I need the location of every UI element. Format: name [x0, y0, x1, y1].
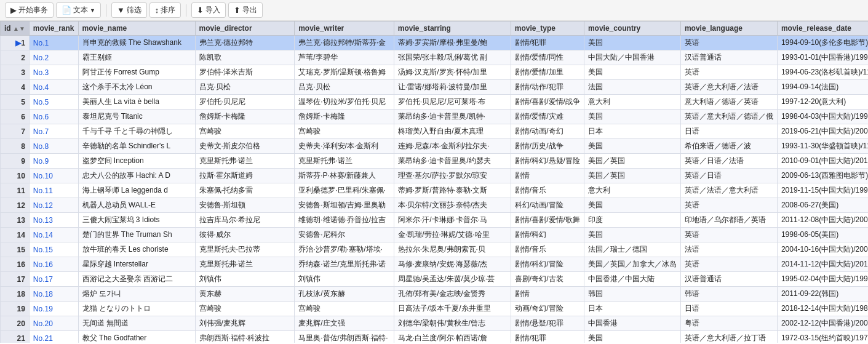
- cell-country: 中国香港: [584, 316, 680, 331]
- table-row[interactable]: 15 No.15 放牛班的春天 Les choriste 克里斯托夫·巴拉蒂 乔…: [1, 242, 869, 257]
- cell-language: 英语: [680, 228, 777, 242]
- start-task-icon: ▶: [10, 6, 17, 15]
- cell-director: 弗朗西斯·福特·科波拉: [195, 331, 295, 343]
- table-row[interactable]: 10 No.10 忠犬八公的故事 Hachi: A D 拉斯·霍尔斯道姆 斯蒂芬…: [1, 169, 869, 183]
- table-row[interactable]: 16 No.16 星际穿越 Interstellar 克里斯托弗·诺兰 乔纳森·…: [1, 257, 869, 272]
- col-header-date[interactable]: movie_release_date: [777, 22, 868, 36]
- cell-id: 20: [1, 316, 30, 331]
- cell-rank: No.4: [29, 80, 78, 95]
- cell-language: 英语: [680, 198, 777, 213]
- col-header-country[interactable]: movie_country: [584, 22, 680, 36]
- cell-writer: 吕克·贝松: [295, 80, 394, 95]
- cell-type: 剧情: [511, 169, 584, 183]
- cell-director: 罗伯托·贝尼尼: [195, 95, 295, 110]
- cell-id: 16: [1, 257, 30, 272]
- col-header-name[interactable]: movie_name: [78, 22, 195, 36]
- table-body: ▶1 No.1 肖申克的救赎 The Shawshank 弗兰克·德拉邦特 弗兰…: [1, 36, 869, 343]
- id-sort-icon: ▲▼: [13, 25, 25, 32]
- sort-button[interactable]: ↕ 排序: [149, 2, 181, 18]
- cell-name: 阿甘正传 Forrest Gump: [78, 65, 195, 80]
- cell-country: 美国: [584, 198, 680, 213]
- table-row[interactable]: 3 No.3 阿甘正传 Forrest Gump 罗伯特·泽米吉斯 艾瑞克·罗斯…: [1, 65, 869, 80]
- table-row[interactable]: 12 No.12 机器人总动员 WALL-E 安德鲁·斯坦顿 安德鲁·斯坦顿/吉…: [1, 198, 869, 213]
- cell-starring: 金·凯瑞/劳拉·琳妮/艾德·哈里: [394, 228, 511, 242]
- cell-writer: 马里奥·普佐/弗朗西斯·福特·: [295, 331, 394, 343]
- table-row[interactable]: 9 No.9 盗梦空间 Inception 克里斯托弗·诺兰 克里斯托弗·诺兰 …: [1, 154, 869, 169]
- cell-rank: No.5: [29, 95, 78, 110]
- table-row[interactable]: 21 No.21 教父 The Godfather 弗朗西斯·福特·科波拉 马里…: [1, 331, 869, 343]
- table-row[interactable]: 11 No.11 海上钢琴师 La leggenda d 朱塞佩·托纳多雷 亚利…: [1, 183, 869, 198]
- table-row[interactable]: ▶1 No.1 肖申克的救赎 The Shawshank 弗兰克·德拉邦特 弗兰…: [1, 36, 869, 50]
- cell-country: 美国: [584, 65, 680, 80]
- cell-director: 克里斯托弗·诺兰: [195, 154, 295, 169]
- table-container[interactable]: id ▲▼ movie_rank movie_name movie_direct…: [0, 21, 868, 343]
- col-header-director[interactable]: movie_director: [195, 22, 295, 36]
- cell-type: 剧情/喜剧/爱情/歌舞: [511, 213, 584, 228]
- cell-language: 英语／法语／意大利语: [680, 183, 777, 198]
- cell-name: 星际穿越 Interstellar: [78, 257, 195, 272]
- cell-writer: 宫崎骏: [295, 124, 394, 139]
- cell-starring: 蒂姆·罗宾斯/摩根·弗里曼/鲍: [394, 36, 511, 50]
- cell-director: 黄东赫: [195, 287, 295, 302]
- col-header-type[interactable]: movie_type: [511, 22, 584, 36]
- table-row[interactable]: 5 No.5 美丽人生 La vita è bella 罗伯托·贝尼尼 温琴佐·…: [1, 95, 869, 110]
- start-task-button[interactable]: ▶ 开始事务: [5, 2, 54, 18]
- col-header-starring[interactable]: movie_starring: [394, 22, 511, 36]
- cell-date: 2010-09-01(中国大陆)/201: [777, 154, 868, 169]
- table-row[interactable]: 19 No.19 龙猫 となりのトトロ 宫崎骏 宫崎骏 日高法子/坂本千夏/糸井…: [1, 302, 869, 316]
- table-row[interactable]: 6 No.6 泰坦尼克号 Titanic 詹姆斯·卡梅隆 詹姆斯·卡梅隆 莱昂纳…: [1, 110, 869, 124]
- cell-language: 英语／意大利语／德语／俄: [680, 110, 777, 124]
- cell-date: 1995-02-04(中国大陆)/199: [777, 272, 868, 287]
- table-row[interactable]: 18 No.18 熔炉 도가니 黄东赫 孔枝泳/黄东赫 孔侑/郑有美/金志映/金…: [1, 287, 869, 302]
- table-row[interactable]: 2 No.2 霸王别姬 陈凯歌 芦苇/李碧华 张国荣/张丰毅/巩俐/葛优 副 剧…: [1, 50, 869, 65]
- toolbar: ▶ 开始事务 📄 文本 ▼ ▼ 筛选 ↕ 排序 ⬇ 导入 ⬆ 导出: [0, 0, 868, 21]
- cell-name: 教父 The Godfather: [78, 331, 195, 343]
- text-button[interactable]: 📄 文本 ▼: [56, 2, 101, 18]
- cell-country: 美国: [584, 139, 680, 154]
- cell-writer: 艾瑞克·罗斯/温斯顿·格鲁姆: [295, 65, 394, 80]
- import-button[interactable]: ⬇ 导入: [191, 2, 226, 18]
- cell-date: 1998-06-05(美国): [777, 228, 868, 242]
- table-row[interactable]: 17 No.17 西游记之大圣娶亲 西游记二 刘镇伟 刘镇伟 周星驰/吴孟达/朱…: [1, 272, 869, 287]
- cell-language: 意大利语／德语／英语: [680, 95, 777, 110]
- cell-name: 龙猫 となりのトトロ: [78, 302, 195, 316]
- cell-starring: 蒂姆·罗斯/普路特·泰勒·文斯: [394, 183, 511, 198]
- table-row[interactable]: 8 No.8 辛德勒的名单 Schindler's L 史蒂文·斯皮尔伯格 史蒂…: [1, 139, 869, 154]
- col-header-writer[interactable]: movie_writer: [295, 22, 394, 36]
- cell-writer: 温琴佐·切拉米/罗伯托·贝尼: [295, 95, 394, 110]
- cell-rank: No.9: [29, 154, 78, 169]
- cell-starring: 张国荣/张丰毅/巩俐/葛优 副: [394, 50, 511, 65]
- cell-rank: No.18: [29, 287, 78, 302]
- cell-director: 安德鲁·斯坦顿: [195, 198, 295, 213]
- export-button[interactable]: ⬆ 导出: [228, 2, 263, 18]
- table-row[interactable]: 20 No.20 无间道 無間道 刘伟强/麦兆辉 麦兆辉/庄文强 刘德华/梁朝伟…: [1, 316, 869, 331]
- cell-type: 剧情/科幻/冒险: [511, 257, 584, 272]
- filter-button[interactable]: ▼ 筛选: [111, 2, 147, 18]
- cell-name: 盗梦空间 Inception: [78, 154, 195, 169]
- cell-rank: No.11: [29, 183, 78, 198]
- table-row[interactable]: 4 No.4 这个杀手不太冷 Léon 吕克·贝松 吕克·贝松 让·雷诺/娜塔莉…: [1, 80, 869, 95]
- cell-language: 英语: [680, 65, 777, 80]
- table-row[interactable]: 13 No.13 三傻大闹宝莱坞 3 Idiots 拉吉库马尔·希拉尼 维德胡·…: [1, 213, 869, 228]
- cell-starring: 罗伯托·贝尼尼/尼可莱塔·布: [394, 95, 511, 110]
- cell-language: 汉语普通话: [680, 272, 777, 287]
- cell-rank: No.17: [29, 272, 78, 287]
- cell-writer: 斯蒂芬·P·林赛/新藤兼人: [295, 169, 394, 183]
- cell-date: 1997-12-20(意大利): [777, 95, 868, 110]
- cell-type: 喜剧/奇幻/古装: [511, 272, 584, 287]
- cell-id: 2: [1, 50, 30, 65]
- cell-writer: 弗兰克·德拉邦特/斯蒂芬·金: [295, 36, 394, 50]
- col-header-language[interactable]: movie_language: [680, 22, 777, 36]
- table-row[interactable]: 7 No.7 千与千寻 千と千尋の神隠し 宫崎骏 宫崎骏 柊瑠美/入野自由/夏木…: [1, 124, 869, 139]
- cell-country: 中国香港／中国大陆: [584, 272, 680, 287]
- col-header-rank[interactable]: movie_rank: [29, 22, 78, 36]
- col-header-id[interactable]: id ▲▼: [1, 22, 30, 36]
- cell-name: 放牛班的春天 Les choriste: [78, 242, 195, 257]
- cell-director: 罗伯特·泽米吉斯: [195, 65, 295, 80]
- export-icon: ⬆: [234, 6, 241, 15]
- cell-writer: 麦兆辉/庄文强: [295, 316, 394, 331]
- cell-language: 英语／日语／法语: [680, 154, 777, 169]
- cell-id: 18: [1, 287, 30, 302]
- table-row[interactable]: 14 No.14 楚门的世界 The Truman Sh 彼得·威尔 安德鲁·尼…: [1, 228, 869, 242]
- cell-language: 日语: [680, 302, 777, 316]
